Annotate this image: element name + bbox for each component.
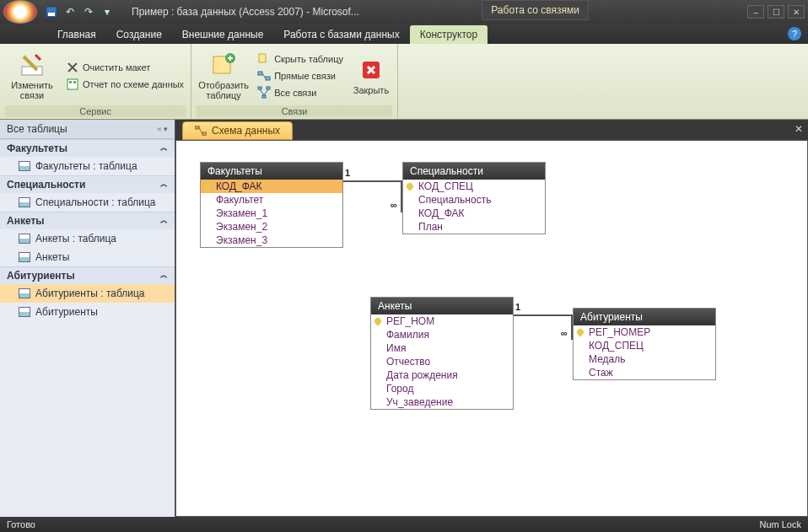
document-area: Схема данных ✕ 1 ∞ 1 ∞ Факультеты КОД_ФА… bbox=[175, 120, 808, 517]
svg-rect-5 bbox=[73, 81, 76, 83]
status-right: Num Lock bbox=[759, 519, 801, 529]
relation-line[interactable] bbox=[343, 180, 402, 182]
entity-title[interactable]: Факультеты bbox=[201, 163, 342, 180]
svg-rect-4 bbox=[69, 81, 72, 83]
redo-icon[interactable]: ↷ bbox=[81, 4, 96, 19]
titlebar: ↶ ↷ ▾ Пример : база данных (Access 2007)… bbox=[0, 0, 808, 24]
entity-field[interactable]: Экзамен_3 bbox=[201, 234, 342, 247]
all-relations-button[interactable]: Все связи bbox=[256, 85, 345, 100]
entity-field[interactable]: Отчество bbox=[371, 355, 513, 368]
nav-group-spec[interactable]: Специальности︽ bbox=[0, 175, 175, 193]
tab-dbtools[interactable]: Работа с базами данных bbox=[273, 25, 409, 44]
entity-field[interactable]: КОД_СПЕЦ bbox=[574, 339, 715, 352]
show-table-icon bbox=[210, 51, 237, 78]
navigation-pane: Все таблицы « ▾ Факультеты︽ Факультеты :… bbox=[0, 120, 175, 517]
entity-fakultety[interactable]: Факультеты КОД_ФАК Факультет Экзамен_1 Э… bbox=[200, 162, 343, 248]
entity-field[interactable]: План bbox=[403, 220, 545, 234]
clear-layout-button[interactable]: Очистить макет bbox=[64, 60, 186, 75]
tab-external[interactable]: Внешние данные bbox=[172, 25, 274, 44]
entity-field[interactable]: Специальность bbox=[403, 193, 545, 207]
entity-title[interactable]: Специальности bbox=[403, 163, 545, 180]
svg-rect-13 bbox=[262, 95, 266, 98]
entity-title[interactable]: Абитуриенты bbox=[574, 309, 715, 325]
ribbon-group-relations: Отобразить таблицу Скрыть таблицу Прямые… bbox=[191, 44, 398, 119]
nav-header[interactable]: Все таблицы « ▾ bbox=[0, 120, 175, 139]
close-button[interactable]: ✕ bbox=[788, 5, 805, 19]
entity-spec[interactable]: Специальности КОД_СПЕЦ Специальность КОД… bbox=[402, 162, 546, 234]
entity-field[interactable]: Экзамен_1 bbox=[201, 207, 342, 220]
svg-rect-12 bbox=[267, 87, 270, 89]
nav-item[interactable]: Абитуриенты bbox=[0, 303, 175, 321]
status-left: Готово bbox=[7, 519, 35, 529]
nav-item[interactable]: Анкеты bbox=[0, 248, 175, 266]
statusbar: Готово Num Lock bbox=[0, 517, 808, 532]
table-icon bbox=[19, 197, 30, 207]
entity-field[interactable]: Дата рождения bbox=[371, 368, 513, 382]
direct-rel-icon bbox=[257, 69, 271, 83]
help-icon[interactable]: ? bbox=[788, 27, 801, 40]
relation-cardinality-many: ∞ bbox=[391, 200, 397, 210]
direct-relations-button[interactable]: Прямые связи bbox=[256, 68, 345, 83]
entity-field[interactable]: Имя bbox=[371, 341, 513, 355]
relation-cardinality-many: ∞ bbox=[561, 328, 568, 338]
tab-constructor[interactable]: Конструктор bbox=[410, 25, 487, 44]
undo-icon[interactable]: ↶ bbox=[62, 4, 78, 19]
nav-group-ankety[interactable]: Анкеты︽ bbox=[0, 212, 175, 229]
entity-field[interactable]: Медаль bbox=[574, 352, 715, 366]
nav-collapse-icon[interactable]: « ▾ bbox=[157, 125, 168, 133]
window-title: Пример : база данных (Access 2007) - Mic… bbox=[132, 6, 359, 18]
svg-rect-16 bbox=[202, 132, 207, 136]
doc-close-button[interactable]: ✕ bbox=[795, 123, 803, 135]
table-icon bbox=[19, 307, 30, 317]
office-button[interactable] bbox=[3, 0, 37, 24]
close-designer-button[interactable]: Закрыть bbox=[350, 48, 392, 104]
show-table-button[interactable]: Отобразить таблицу bbox=[197, 48, 250, 104]
nav-item[interactable]: Абитуриенты : таблица bbox=[0, 284, 175, 303]
svg-rect-10 bbox=[266, 77, 270, 80]
entity-field[interactable]: КОД_СПЕЦ bbox=[403, 180, 545, 193]
nav-item[interactable]: Специальности : таблица bbox=[0, 193, 175, 212]
relation-line[interactable] bbox=[514, 314, 573, 316]
svg-rect-15 bbox=[195, 126, 199, 129]
entity-field[interactable]: Стаж bbox=[574, 366, 715, 379]
hide-table-button[interactable]: Скрыть таблицу bbox=[256, 51, 345, 67]
entity-abitur[interactable]: Абитуриенты РЕГ_НОМЕР КОД_СПЕЦ Медаль Ст… bbox=[573, 308, 716, 380]
tab-create[interactable]: Создание bbox=[106, 25, 172, 44]
qat-dropdown-icon[interactable]: ▾ bbox=[100, 4, 115, 19]
entity-field[interactable]: РЕГ_НОМЕР bbox=[574, 325, 715, 339]
clear-icon bbox=[66, 61, 79, 74]
nav-group-fakultety[interactable]: Факультеты︽ bbox=[0, 139, 175, 157]
edit-relations-button[interactable]: Изменить связи bbox=[5, 48, 59, 104]
relations-canvas[interactable]: 1 ∞ 1 ∞ Факультеты КОД_ФАК Факультет Экз… bbox=[175, 140, 808, 517]
nav-item[interactable]: Факультеты : таблица bbox=[0, 157, 175, 175]
nav-item[interactable]: Анкеты : таблица bbox=[0, 229, 175, 248]
doc-tab-schema[interactable]: Схема данных bbox=[182, 121, 293, 140]
context-tab-header: Работа со связями bbox=[482, 0, 589, 20]
nav-group-abitur[interactable]: Абитуриенты︽ bbox=[0, 266, 175, 284]
hide-table-icon bbox=[257, 52, 271, 66]
minimize-button[interactable]: – bbox=[747, 5, 764, 19]
entity-field[interactable]: Город bbox=[371, 382, 513, 395]
entity-field[interactable]: Факультет bbox=[201, 193, 342, 207]
entity-ankety[interactable]: Анкеты РЕГ_НОМ Фамилия Имя Отчество Дата… bbox=[370, 297, 514, 410]
table-icon bbox=[19, 161, 30, 171]
entity-field[interactable]: КОД_ФАК bbox=[201, 180, 342, 193]
maximize-button[interactable]: ☐ bbox=[768, 5, 784, 19]
save-icon[interactable] bbox=[44, 4, 59, 19]
relations-report-button[interactable]: Отчет по схеме данных bbox=[64, 77, 186, 92]
entity-field[interactable]: Экзамен_2 bbox=[201, 220, 342, 234]
entity-field[interactable]: КОД_ФАК bbox=[403, 207, 545, 220]
svg-rect-1 bbox=[48, 13, 55, 16]
ribbon: Изменить связи Очистить макет Отчет по с… bbox=[0, 44, 808, 120]
window-controls: – ☐ ✕ bbox=[747, 5, 805, 19]
table-icon bbox=[19, 252, 30, 262]
tab-home[interactable]: Главная bbox=[47, 25, 106, 44]
entity-title[interactable]: Анкеты bbox=[371, 298, 513, 314]
entity-field[interactable]: Фамилия bbox=[371, 328, 513, 341]
svg-rect-2 bbox=[22, 67, 42, 75]
relation-cardinality-one: 1 bbox=[515, 302, 520, 312]
svg-rect-3 bbox=[67, 79, 78, 89]
entity-field[interactable]: Уч_заведение bbox=[371, 395, 513, 409]
entity-field[interactable]: РЕГ_НОМ bbox=[371, 314, 513, 328]
quick-access-toolbar: ↶ ↷ ▾ bbox=[44, 4, 115, 19]
